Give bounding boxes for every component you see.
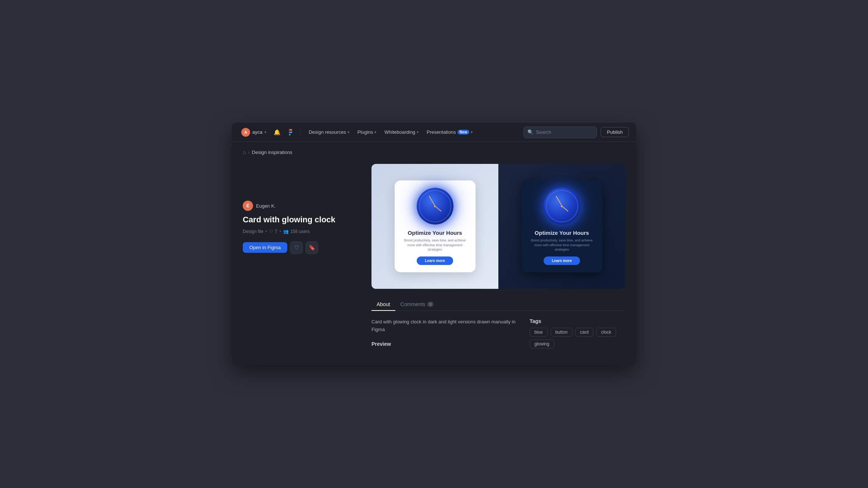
file-likes: ♡ 7 [269, 229, 277, 234]
center-dot-dark [561, 205, 563, 207]
search-box[interactable]: 🔍 Search [523, 126, 597, 138]
tag-card[interactable]: card [575, 328, 593, 337]
breadcrumb-current[interactable]: Design inspirations [252, 150, 292, 155]
notifications-bell-icon[interactable]: 🔔 [271, 127, 282, 138]
open-in-figma-button[interactable]: Open in Figma [243, 242, 287, 253]
breadcrumb: ⌂ › Design inspirations [243, 149, 625, 155]
nav-right: 🔍 Search Publish [523, 126, 629, 138]
bookmark-button[interactable]: 🔖 [306, 241, 318, 254]
nav-link-presentations[interactable]: Presentations New ▾ [423, 128, 476, 137]
tabs-row: About Comments 0 [371, 298, 625, 311]
nav-links: Design resources ▾ Plugins ▾ Whiteboardi… [305, 128, 520, 137]
presentations-new-badge: New [458, 130, 470, 134]
minute-hand-light [429, 196, 435, 207]
action-row: Open in Figma ♡ 🔖 [243, 241, 360, 254]
author-avatar: E [243, 201, 253, 211]
like-button[interactable]: ♡ [290, 241, 303, 254]
clock-circle-dark [544, 188, 580, 225]
file-title: Card with glowing clock [243, 215, 360, 225]
breadcrumb-home-icon[interactable]: ⌂ [243, 149, 246, 155]
card-title-dark: Optimize Your Hours [535, 230, 589, 236]
center-dot-light [434, 205, 436, 207]
breadcrumb-separator: › [248, 150, 249, 155]
user-menu[interactable]: A ayca ▾ [239, 126, 268, 138]
file-type: Design file [243, 229, 263, 234]
presentations-chevron-icon: ▾ [471, 130, 473, 134]
figma-logo-icon[interactable] [285, 127, 296, 137]
minute-hand-dark [556, 196, 562, 207]
nav-divider [300, 128, 300, 137]
clock-hands-light [417, 188, 453, 225]
clock-hands-dark [544, 188, 580, 225]
comments-badge: 0 [427, 302, 434, 307]
card-title-light: Optimize Your Hours [408, 230, 462, 236]
user-name: ayca [252, 129, 262, 135]
preview-area: Optimize Your Hours Boost productivity, … [371, 164, 625, 351]
tag-blue[interactable]: blue [530, 328, 548, 337]
left-panel: E Eugen K. Card with glowing clock Desig… [243, 164, 360, 351]
users-icon: 👥 [283, 229, 289, 234]
author-name: Eugen K. [256, 203, 276, 209]
main-content: ⌂ › Design inspirations E Eugen K. Card … [232, 142, 636, 362]
learn-more-button-light[interactable]: Learn more [417, 256, 453, 265]
navbar: A ayca ▾ 🔔 Design resources ▾ Plugins ▾ [232, 123, 636, 142]
user-avatar: A [241, 128, 250, 137]
tag-clock[interactable]: clock [596, 328, 616, 337]
nav-link-design-resources[interactable]: Design resources ▾ [305, 128, 353, 137]
preview-card-light: Optimize Your Hours Boost productivity, … [371, 164, 498, 289]
preview-label: Preview [371, 341, 519, 347]
tab-about[interactable]: About [371, 298, 395, 311]
file-users: 👥 158 users [283, 229, 310, 234]
heart-icon: ♡ [269, 229, 273, 234]
whiteboarding-chevron-icon: ▾ [417, 130, 419, 134]
preview-cards: Optimize Your Hours Boost productivity, … [371, 164, 625, 289]
search-icon: 🔍 [527, 129, 533, 135]
preview-card-dark: Optimize Your Hours Boost productivity, … [498, 164, 625, 289]
file-meta: Design file • ♡ 7 • 👥 158 users [243, 229, 360, 234]
tab-comments[interactable]: Comments 0 [395, 298, 439, 311]
nav-link-whiteboarding[interactable]: Whiteboarding ▾ [381, 128, 422, 137]
tags-row: blue button card clock glowing [530, 328, 625, 348]
clock-card-light: Optimize Your Hours Boost productivity, … [395, 180, 476, 272]
card-desc-dark: Boost productivity, save time, and achie… [529, 238, 595, 252]
learn-more-button-dark[interactable]: Learn more [544, 256, 580, 265]
publish-button[interactable]: Publish [601, 127, 629, 137]
description-text: Card with glowing clock in dark and ligh… [371, 318, 519, 334]
tags-label: Tags [530, 318, 625, 324]
tag-glowing[interactable]: glowing [530, 340, 554, 348]
bottom-left: Card with glowing clock in dark and ligh… [371, 318, 519, 351]
user-chevron-icon: ▾ [264, 130, 266, 134]
content-area: E Eugen K. Card with glowing clock Desig… [243, 164, 625, 351]
search-placeholder: Search [536, 129, 551, 135]
bookmark-icon: 🔖 [309, 244, 316, 251]
clock-card-dark: Optimize Your Hours Boost productivity, … [522, 180, 602, 272]
tag-button[interactable]: button [551, 328, 572, 337]
nav-link-plugins[interactable]: Plugins ▾ [354, 128, 380, 137]
tags-panel: Tags blue button card clock glowing [530, 318, 625, 351]
author-row: E Eugen K. [243, 201, 360, 211]
bottom-content: Card with glowing clock in dark and ligh… [371, 318, 625, 351]
browser-window: A ayca ▾ 🔔 Design resources ▾ Plugins ▾ [232, 123, 636, 365]
heart-icon: ♡ [294, 244, 299, 251]
design-resources-chevron-icon: ▾ [348, 130, 349, 134]
plugins-chevron-icon: ▾ [374, 130, 376, 134]
clock-circle-light [417, 188, 453, 225]
card-desc-light: Boost productivity, save time, and achie… [402, 238, 468, 252]
